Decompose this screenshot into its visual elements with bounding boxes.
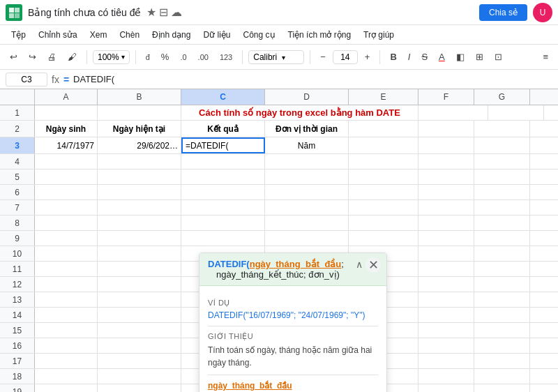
cell[interactable] xyxy=(474,200,530,215)
cell-g2[interactable] xyxy=(474,121,530,137)
cell-b2[interactable]: Ngày hiện tại xyxy=(98,121,181,137)
menu-concu[interactable]: Công cụ xyxy=(237,28,280,42)
autocomplete-collapse-button[interactable]: ∧ xyxy=(356,259,363,270)
cell-f1[interactable] xyxy=(488,105,544,120)
col-header-g[interactable]: G xyxy=(474,89,530,105)
cell[interactable] xyxy=(98,231,181,246)
cell[interactable] xyxy=(35,262,98,276)
cell-b1[interactable] xyxy=(98,105,181,120)
cell[interactable] xyxy=(265,200,349,215)
formula-input[interactable] xyxy=(73,74,552,84)
cell[interactable] xyxy=(474,384,530,392)
cell[interactable] xyxy=(418,216,474,230)
cell[interactable] xyxy=(35,292,98,307)
cell[interactable] xyxy=(349,216,418,230)
decimal-decrease[interactable]: .0 xyxy=(176,50,190,64)
cell[interactable] xyxy=(98,262,181,276)
col-header-e[interactable]: E xyxy=(349,89,418,105)
menu-xem[interactable]: Xem xyxy=(84,28,113,42)
cell[interactable] xyxy=(349,231,418,246)
row-num[interactable]: 6 xyxy=(0,185,35,199)
row-num[interactable]: 16 xyxy=(0,338,35,353)
cell[interactable] xyxy=(98,308,181,322)
cell[interactable] xyxy=(418,338,474,353)
cell[interactable] xyxy=(474,338,530,353)
row-num[interactable]: 10 xyxy=(0,246,35,261)
row-num[interactable]: 17 xyxy=(0,354,35,368)
col-header-d[interactable]: D xyxy=(265,89,349,105)
cell-g1[interactable] xyxy=(544,105,558,120)
row-num-3[interactable]: 3 xyxy=(0,137,35,153)
font-size-decrease[interactable]: − xyxy=(316,49,330,65)
bold-button[interactable]: B xyxy=(386,49,400,65)
cell[interactable] xyxy=(35,369,98,384)
cell[interactable] xyxy=(98,185,181,199)
cell[interactable] xyxy=(474,292,530,307)
cell[interactable] xyxy=(98,246,181,261)
cell[interactable] xyxy=(181,169,265,184)
cell-f3[interactable] xyxy=(418,137,474,153)
currency-button[interactable]: đ xyxy=(142,50,154,64)
cell[interactable] xyxy=(474,354,530,368)
cell[interactable] xyxy=(35,354,98,368)
row-num[interactable]: 8 xyxy=(0,216,35,230)
cell[interactable] xyxy=(418,185,474,199)
row-num[interactable]: 14 xyxy=(0,308,35,322)
row-num[interactable]: 19 xyxy=(0,384,35,392)
cell[interactable] xyxy=(98,154,181,169)
cell-c2[interactable]: Kết quả xyxy=(181,121,265,137)
cell[interactable] xyxy=(181,216,265,230)
menu-dinhdag[interactable]: Định dạng xyxy=(146,28,196,42)
cell-a3[interactable]: 14/7/1977 xyxy=(35,137,98,153)
cell[interactable] xyxy=(418,323,474,338)
cell-f2[interactable] xyxy=(418,121,474,137)
cell[interactable] xyxy=(418,369,474,384)
grid-icon[interactable]: ⊟ xyxy=(159,6,168,19)
cell-e1[interactable] xyxy=(418,105,488,120)
cell-c3[interactable]: =DATEDIF( xyxy=(181,137,265,153)
cloud-icon[interactable]: ☁ xyxy=(171,6,182,19)
cell[interactable] xyxy=(349,185,418,199)
row-num[interactable]: 4 xyxy=(0,154,35,169)
cell-a2[interactable]: Ngày sinh xyxy=(35,121,98,137)
cell[interactable] xyxy=(35,216,98,230)
undo-button[interactable]: ↩ xyxy=(6,49,22,65)
font-size-increase[interactable]: + xyxy=(361,49,375,65)
format-123[interactable]: 123 xyxy=(216,50,236,64)
col-header-b[interactable]: B xyxy=(98,89,181,105)
cell[interactable] xyxy=(474,323,530,338)
row-num[interactable]: 13 xyxy=(0,292,35,307)
user-avatar[interactable]: U xyxy=(533,3,552,22)
cell[interactable] xyxy=(98,292,181,307)
cell[interactable] xyxy=(98,200,181,215)
font-size-input[interactable] xyxy=(333,50,358,64)
cell[interactable] xyxy=(418,231,474,246)
row-num-2[interactable]: 2 xyxy=(0,121,35,137)
cell[interactable] xyxy=(265,154,349,169)
cell[interactable] xyxy=(349,200,418,215)
col-header-c[interactable]: C xyxy=(181,89,265,105)
cell[interactable] xyxy=(35,154,98,169)
zoom-control[interactable]: 100% ▾ xyxy=(93,50,130,64)
autocomplete-body[interactable]: VÍ DỤ DATEDIF("16/07/1969"; "24/07/1969"… xyxy=(199,286,386,392)
cell[interactable] xyxy=(35,200,98,215)
percent-button[interactable]: % xyxy=(157,49,174,65)
cell[interactable] xyxy=(98,323,181,338)
menu-tep[interactable]: Tệp xyxy=(6,28,31,42)
strikethrough-button[interactable]: S xyxy=(417,49,432,65)
menu-chinhedit[interactable]: Chỉnh sửa xyxy=(33,28,83,42)
cell[interactable] xyxy=(98,384,181,392)
row-num[interactable]: 7 xyxy=(0,200,35,215)
more-button[interactable]: ≡ xyxy=(538,49,552,65)
borders-button[interactable]: ⊞ xyxy=(472,49,488,65)
cell[interactable] xyxy=(35,185,98,199)
cell[interactable] xyxy=(181,185,265,199)
cell[interactable] xyxy=(98,169,181,184)
row-num[interactable]: 18 xyxy=(0,369,35,384)
fx-icon[interactable]: fx xyxy=(52,74,59,85)
cell-g3[interactable] xyxy=(474,137,530,153)
cell[interactable] xyxy=(265,169,349,184)
cell[interactable] xyxy=(418,154,474,169)
cell[interactable] xyxy=(418,384,474,392)
cell[interactable] xyxy=(98,216,181,230)
